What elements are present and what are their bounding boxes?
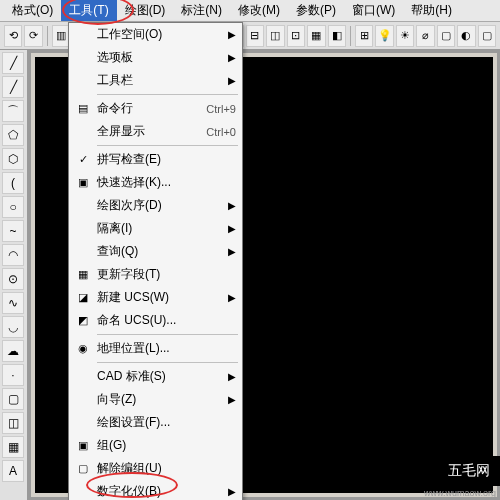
rect-tool[interactable]: ▢ xyxy=(2,388,24,410)
wave-tool[interactable]: ∿ xyxy=(2,292,24,314)
dropdown-item[interactable]: 工作空间(O)▶ xyxy=(69,23,242,46)
menu-window[interactable]: 窗口(W) xyxy=(344,0,403,21)
submenu-arrow-icon: ▶ xyxy=(228,486,236,497)
dropdown-label: 更新字段(T) xyxy=(97,266,160,283)
dropdown-label: 新建 UCS(W) xyxy=(97,289,169,306)
menu-annotate[interactable]: 标注(N) xyxy=(173,0,230,21)
block-tool[interactable]: ◫ xyxy=(2,412,24,434)
menu-help[interactable]: 帮助(H) xyxy=(403,0,460,21)
text-tool[interactable]: A xyxy=(2,460,24,482)
sun-icon[interactable]: ☀ xyxy=(396,25,414,47)
dropdown-item[interactable]: 绘图次序(D)▶ xyxy=(69,194,242,217)
hatch-tool[interactable]: ▦ xyxy=(2,436,24,458)
watermark-url: www.wumaow.org xyxy=(424,488,496,498)
dropdown-label: 工作空间(O) xyxy=(97,26,162,43)
dropdown-label: 全屏显示 xyxy=(97,123,145,140)
menu-params[interactable]: 参数(P) xyxy=(288,0,344,21)
undo-button[interactable]: ⟲ xyxy=(4,25,22,47)
hexagon-tool[interactable]: ⬡ xyxy=(2,148,24,170)
dropdown-item[interactable]: CAD 标准(S)▶ xyxy=(69,365,242,388)
donut-tool[interactable]: ⊙ xyxy=(2,268,24,290)
light-icon[interactable]: 💡 xyxy=(375,25,393,47)
shortcut-text: Ctrl+0 xyxy=(206,126,236,138)
dropdown-item[interactable]: ◩命名 UCS(U)... xyxy=(69,309,242,332)
dropdown-label: 绘图次序(D) xyxy=(97,197,162,214)
dropdown-label: 查询(Q) xyxy=(97,243,138,260)
polygon-tool[interactable]: ⬠ xyxy=(2,124,24,146)
submenu-arrow-icon: ▶ xyxy=(228,75,236,86)
dropdown-item[interactable]: 查询(Q)▶ xyxy=(69,240,242,263)
dropdown-item[interactable]: ◪新建 UCS(W)▶ xyxy=(69,286,242,309)
menu-tools[interactable]: 工具(T) xyxy=(61,0,116,21)
submenu-arrow-icon: ▶ xyxy=(228,371,236,382)
menu-icon: ✓ xyxy=(75,152,91,168)
dropdown-item[interactable]: 隔离(I)▶ xyxy=(69,217,242,240)
dropdown-label: 数字化仪(B) xyxy=(97,483,161,500)
dropdown-label: 快速选择(K)... xyxy=(97,174,171,191)
menu-icon: ▣ xyxy=(75,175,91,191)
dropdown-item[interactable]: ▣快速选择(K)... xyxy=(69,171,242,194)
tool-icon[interactable]: ⌀ xyxy=(416,25,434,47)
dropdown-item[interactable]: 绘图设置(F)... xyxy=(69,411,242,434)
curve-tool[interactable]: ( xyxy=(2,172,24,194)
ellipse-tool[interactable]: ◡ xyxy=(2,316,24,338)
dropdown-item[interactable]: 全屏显示Ctrl+0 xyxy=(69,120,242,143)
dropdown-item[interactable]: ▦更新字段(T) xyxy=(69,263,242,286)
tool-icon[interactable]: ◐ xyxy=(457,25,475,47)
dropdown-label: 命名 UCS(U)... xyxy=(97,312,176,329)
circle-tool[interactable]: ○ xyxy=(2,196,24,218)
submenu-arrow-icon: ▶ xyxy=(228,200,236,211)
dropdown-label: 拼写检查(E) xyxy=(97,151,161,168)
dropdown-label: 工具栏 xyxy=(97,72,133,89)
line-tool[interactable]: ╱ xyxy=(2,52,24,74)
tool-icon[interactable]: ⊟ xyxy=(246,25,264,47)
dropdown-label: 命令行 xyxy=(97,100,133,117)
dropdown-label: 选项板 xyxy=(97,49,133,66)
dropdown-item[interactable]: ▢解除编组(U) xyxy=(69,457,242,480)
point-tool[interactable]: · xyxy=(2,364,24,386)
menu-modify[interactable]: 修改(M) xyxy=(230,0,288,21)
dropdown-label: 隔离(I) xyxy=(97,220,132,237)
dropdown-item[interactable]: 选项板▶ xyxy=(69,46,242,69)
menu-draw[interactable]: 绘图(D) xyxy=(117,0,174,21)
tool-icon[interactable]: ▢ xyxy=(437,25,455,47)
menu-icon: ▦ xyxy=(75,267,91,283)
watermark: 五毛网 xyxy=(438,456,500,486)
menu-icon: ◩ xyxy=(75,313,91,329)
dropdown-item[interactable]: ◉地理位置(L)... xyxy=(69,337,242,360)
shortcut-text: Ctrl+9 xyxy=(206,103,236,115)
tool-icon[interactable]: ◫ xyxy=(266,25,284,47)
menu-icon: ◪ xyxy=(75,290,91,306)
arc-tool[interactable]: ⌒ xyxy=(2,100,24,122)
menu-icon: ▢ xyxy=(75,461,91,477)
dropdown-label: CAD 标准(S) xyxy=(97,368,166,385)
tools-dropdown: 工作空间(O)▶选项板▶工具栏▶▤命令行Ctrl+9全屏显示Ctrl+0✓拼写检… xyxy=(68,22,243,500)
tool-icon[interactable]: ▢ xyxy=(478,25,496,47)
cloud-tool[interactable]: ☁ xyxy=(2,340,24,362)
submenu-arrow-icon: ▶ xyxy=(228,52,236,63)
tool-icon[interactable]: ▦ xyxy=(307,25,325,47)
menu-format[interactable]: 格式(O) xyxy=(4,0,61,21)
menu-icon: ▤ xyxy=(75,101,91,117)
polyline-tool[interactable]: ╱ xyxy=(2,76,24,98)
dropdown-item[interactable]: ▣组(G) xyxy=(69,434,242,457)
submenu-arrow-icon: ▶ xyxy=(228,223,236,234)
spline-tool[interactable]: ~ xyxy=(2,220,24,242)
dropdown-label: 地理位置(L)... xyxy=(97,340,170,357)
layer-icon[interactable]: ⊞ xyxy=(355,25,373,47)
menubar: 格式(O) 工具(T) 绘图(D) 标注(N) 修改(M) 参数(P) 窗口(W… xyxy=(0,0,500,22)
tool-icon[interactable]: ⊡ xyxy=(287,25,305,47)
dropdown-item[interactable]: ✓拼写检查(E) xyxy=(69,148,242,171)
tool-icon[interactable]: ◧ xyxy=(328,25,346,47)
dropdown-item[interactable]: 数字化仪(B)▶ xyxy=(69,480,242,500)
arc2-tool[interactable]: ◠ xyxy=(2,244,24,266)
dropdown-item[interactable]: 工具栏▶ xyxy=(69,69,242,92)
dropdown-item[interactable]: ▤命令行Ctrl+9 xyxy=(69,97,242,120)
dropdown-item[interactable]: 向导(Z)▶ xyxy=(69,388,242,411)
submenu-arrow-icon: ▶ xyxy=(228,394,236,405)
left-toolbar: ╱ ╱ ⌒ ⬠ ⬡ ( ○ ~ ◠ ⊙ ∿ ◡ ☁ · ▢ ◫ ▦ A xyxy=(0,50,28,500)
menu-icon: ▣ xyxy=(75,438,91,454)
dropdown-label: 解除编组(U) xyxy=(97,460,162,477)
dropdown-label: 组(G) xyxy=(97,437,126,454)
redo-button[interactable]: ⟳ xyxy=(24,25,42,47)
